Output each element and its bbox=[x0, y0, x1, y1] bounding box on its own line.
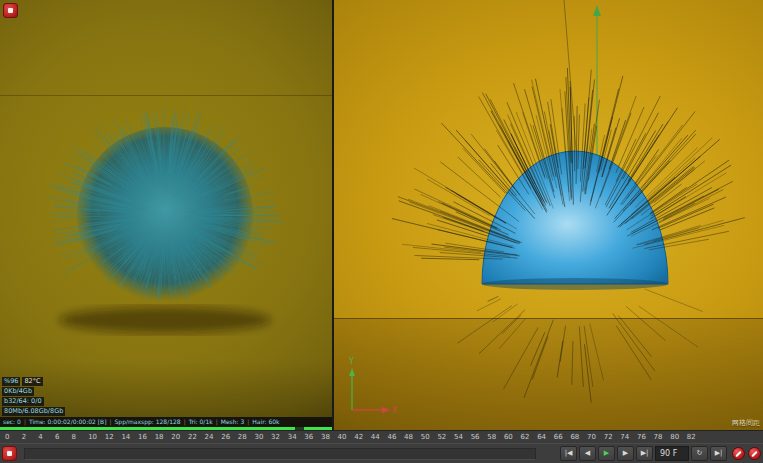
viewport-panel[interactable]: Y X 网格间距 bbox=[334, 0, 763, 430]
gpu-load-value: %96 bbox=[2, 377, 20, 386]
axis-x-label: X bbox=[392, 406, 398, 415]
timeline-tick: 58 bbox=[487, 433, 496, 441]
next-frame-button[interactable]: ▶ bbox=[617, 446, 634, 461]
hemisphere-base-shade bbox=[482, 278, 668, 290]
render-status-line: sec: 0|Time: 0:00:02/0:00:02 [B]|Spp/max… bbox=[0, 417, 332, 427]
loop-button[interactable]: ↻ bbox=[691, 446, 708, 461]
timeline-tick: 62 bbox=[521, 433, 530, 441]
fur-ball-render bbox=[30, 95, 300, 355]
red-toggle-button-2[interactable] bbox=[748, 447, 761, 460]
memory-stat-3: 80Mb/6.08Gb/8Gb bbox=[2, 407, 65, 416]
timeline-tick: 8 bbox=[72, 433, 76, 441]
timeline-tick: 10 bbox=[88, 433, 97, 441]
timeline-tick: 18 bbox=[155, 433, 164, 441]
timeline-tick: 20 bbox=[171, 433, 180, 441]
timeline-tick: 44 bbox=[371, 433, 380, 441]
bottom-bar: |◀◀▶▶▶|90 F↻▶| bbox=[0, 443, 763, 463]
time-slider-track[interactable] bbox=[24, 448, 536, 460]
render-preview-panel: %96 82°C 0Kb/4Gb b32/64: 0/0 80Mb/6.08Gb… bbox=[0, 0, 332, 430]
viewport-axis-gizmo: Y X bbox=[348, 357, 398, 415]
timeline-tick: 76 bbox=[637, 433, 646, 441]
fur-contact-shadow bbox=[59, 307, 271, 333]
status-segment: Spp/maxspp: 128/128 bbox=[115, 418, 181, 425]
axis-y-label: Y bbox=[348, 357, 354, 366]
timeline-tick: 80 bbox=[670, 433, 679, 441]
timeline-tick: 34 bbox=[288, 433, 297, 441]
current-frame-field[interactable]: 90 F bbox=[655, 446, 689, 461]
record-icon[interactable] bbox=[2, 446, 17, 461]
timeline-tick: 54 bbox=[454, 433, 463, 441]
memory-stat-2: b32/64: 0/0 bbox=[2, 397, 44, 406]
timeline-tick: 82 bbox=[687, 433, 696, 441]
red-toggle-group bbox=[732, 447, 761, 460]
timeline-tick: 70 bbox=[587, 433, 596, 441]
timeline-tick: 28 bbox=[238, 433, 247, 441]
play-button[interactable]: ▶ bbox=[598, 446, 615, 461]
status-separator: | bbox=[216, 418, 218, 425]
status-separator: | bbox=[110, 418, 112, 425]
timeline-tick: 22 bbox=[188, 433, 197, 441]
timeline-tick: 40 bbox=[338, 433, 347, 441]
timeline-tick: 68 bbox=[570, 433, 579, 441]
hemisphere-object[interactable] bbox=[482, 151, 668, 284]
dcc-app-window: %96 82°C 0Kb/4Gb b32/64: 0/0 80Mb/6.08Gb… bbox=[0, 0, 763, 463]
timeline-tick: 38 bbox=[321, 433, 330, 441]
status-separator: | bbox=[247, 418, 249, 425]
timeline-tick: 56 bbox=[471, 433, 480, 441]
render-indicator-icon[interactable] bbox=[3, 3, 18, 18]
status-separator: | bbox=[24, 418, 26, 425]
timeline-tick: 64 bbox=[537, 433, 546, 441]
go-to-end-button[interactable]: ▶| bbox=[636, 446, 653, 461]
render-stats-overlay: %96 82°C 0Kb/4Gb b32/64: 0/0 80Mb/6.08Gb… bbox=[2, 377, 65, 416]
memory-stat-1: 0Kb/4Gb bbox=[2, 387, 34, 396]
viewport-canvas[interactable]: Y X bbox=[334, 0, 763, 430]
status-segment: Mesh: 3 bbox=[221, 418, 245, 425]
timeline-tick: 72 bbox=[604, 433, 613, 441]
timeline-tick: 26 bbox=[221, 433, 230, 441]
transport-controls: |◀◀▶▶▶|90 F↻▶| bbox=[560, 446, 727, 461]
timeline-tick: 0 bbox=[5, 433, 9, 441]
timeline-tick: 6 bbox=[55, 433, 59, 441]
status-segment: Hair: 60k bbox=[252, 418, 279, 425]
timeline-tick: 12 bbox=[105, 433, 114, 441]
timeline-tick: 32 bbox=[271, 433, 280, 441]
status-segment: Time: 0:00:02/0:00:02 [B] bbox=[29, 418, 107, 425]
timeline-tick: 66 bbox=[554, 433, 563, 441]
gpu-temp-value: 82°C bbox=[22, 377, 42, 386]
grid-spacing-label: 网格间距 bbox=[732, 418, 760, 428]
timeline-tick: 74 bbox=[620, 433, 629, 441]
timeline-tick: 14 bbox=[121, 433, 130, 441]
record-dot-icon bbox=[7, 451, 12, 456]
timeline-tick: 36 bbox=[304, 433, 313, 441]
timeline-tick: 50 bbox=[421, 433, 430, 441]
timeline-tick: 4 bbox=[38, 433, 42, 441]
status-separator: | bbox=[184, 418, 186, 425]
timeline-tick: 48 bbox=[404, 433, 413, 441]
timeline-tick: 30 bbox=[254, 433, 263, 441]
next-key-button[interactable]: ▶| bbox=[710, 446, 727, 461]
red-toggle-button-1[interactable] bbox=[732, 447, 745, 460]
timeline-tick: 52 bbox=[437, 433, 446, 441]
gpu-stats-row: %96 82°C bbox=[2, 377, 43, 386]
timeline-tick: 24 bbox=[205, 433, 214, 441]
timeline-tick: 42 bbox=[354, 433, 363, 441]
timeline-tick: 78 bbox=[654, 433, 663, 441]
previous-frame-button[interactable]: ◀ bbox=[579, 446, 596, 461]
indicator-dot-icon bbox=[8, 8, 13, 13]
go-to-start-button[interactable]: |◀ bbox=[560, 446, 577, 461]
timeline-tick: 2 bbox=[22, 433, 26, 441]
timeline-tick: 46 bbox=[387, 433, 396, 441]
timeline[interactable]: 0246810121416182022242628303234363840424… bbox=[0, 430, 763, 444]
timeline-tick: 60 bbox=[504, 433, 513, 441]
status-segment: sec: 0 bbox=[3, 418, 21, 425]
timeline-tick: 16 bbox=[138, 433, 147, 441]
status-segment: Tri: 0/1k bbox=[189, 418, 213, 425]
